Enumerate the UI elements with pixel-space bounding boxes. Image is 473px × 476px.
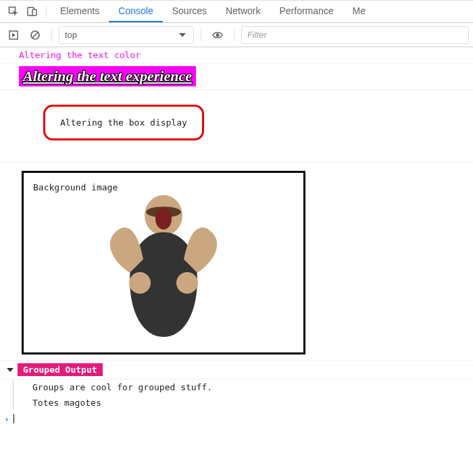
separator: [51, 29, 52, 41]
console-message-boxed: Altering the box display: [43, 105, 204, 140]
console-message-text: Totes magotes: [14, 395, 473, 411]
svg-point-6: [216, 33, 220, 36]
console-prompt[interactable]: ›: [0, 411, 473, 427]
console-message-text: Background image: [33, 182, 118, 192]
svg-point-8: [129, 272, 151, 294]
console-message: Background image: [0, 163, 473, 361]
context-selector[interactable]: top: [59, 26, 194, 44]
console-message-text: Altering the text color: [19, 50, 141, 60]
console-message-text: Groups are cool for grouped stuff.: [14, 379, 473, 395]
console-message-text: Altering the text experience: [19, 66, 196, 86]
separator: [201, 29, 201, 41]
chevron-down-icon: [177, 30, 188, 41]
devtools-window: Elements Console Sources Network Perform…: [0, 0, 473, 476]
tab-network[interactable]: Network: [216, 1, 270, 22]
console-group-label: Grouped Output: [18, 363, 103, 376]
svg-point-9: [176, 272, 198, 294]
svg-line-5: [32, 32, 38, 38]
tabs-list: Elements Console Sources Network Perform…: [51, 1, 375, 22]
image-placeholder: [24, 173, 303, 352]
console-group-header[interactable]: Grouped Output: [0, 361, 473, 379]
console-message: Altering the text experience: [0, 63, 473, 90]
separator: [46, 5, 47, 18]
separator: [234, 29, 234, 41]
tab-more[interactable]: Me: [343, 1, 375, 22]
eye-icon[interactable]: [208, 26, 227, 45]
inspect-icon[interactable]: [4, 2, 23, 21]
devtools-tabbar: Elements Console Sources Network Perform…: [0, 1, 473, 23]
console-toolbar: top: [0, 23, 473, 47]
console-background-image-box: Background image: [22, 171, 305, 354]
console-output: Altering the text color Altering the tex…: [0, 47, 473, 476]
prompt-chevron-icon: ›: [4, 414, 9, 424]
tab-sources[interactable]: Sources: [163, 1, 216, 22]
context-selector-label: top: [65, 30, 77, 40]
text-caret: [14, 414, 14, 423]
tab-console[interactable]: Console: [109, 1, 162, 22]
filter-input[interactable]: [241, 26, 469, 44]
step-icon[interactable]: [4, 26, 23, 45]
disclosure-triangle-icon[interactable]: [7, 368, 14, 372]
console-message: Altering the box display: [0, 90, 473, 163]
svg-point-11: [155, 208, 172, 230]
console-message: Altering the text color: [0, 47, 473, 63]
tab-performance[interactable]: Performance: [270, 1, 343, 22]
console-group-body: Groups are cool for grouped stuff. Totes…: [13, 379, 473, 411]
clear-icon[interactable]: [26, 26, 45, 45]
tab-elements[interactable]: Elements: [51, 1, 109, 22]
svg-rect-2: [32, 9, 36, 16]
device-toggle-icon[interactable]: [23, 2, 42, 21]
